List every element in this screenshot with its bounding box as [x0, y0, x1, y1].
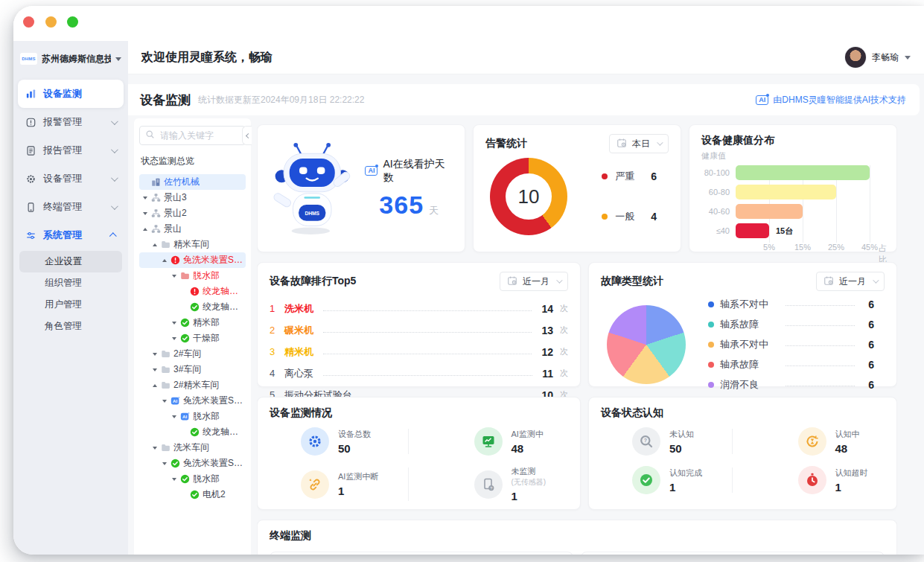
sidebar-item-6[interactable]: 系统管理: [18, 221, 124, 249]
caret-down-icon[interactable]: [171, 337, 177, 340]
user-menu[interactable]: 李畅瑜: [845, 47, 911, 68]
tree-node[interactable]: 免洗米装置SJR36A: [139, 456, 246, 471]
device-name: 洗米机: [284, 302, 313, 316]
type-range-dropdown[interactable]: 近一月: [816, 272, 885, 291]
sidebar-submenu: 企业设置组织管理用户管理角色管理: [13, 249, 128, 337]
check-icon: [180, 318, 190, 328]
caret-up-icon[interactable]: [151, 384, 158, 387]
fault-rank-row: 4离心泵11次: [270, 363, 568, 384]
caret-down-icon[interactable]: [171, 275, 177, 278]
stat-text: 设备总数50: [338, 429, 371, 455]
tree-node[interactable]: 脱水部: [139, 471, 246, 487]
legend-dot-icon: [602, 173, 608, 179]
site-icon: [151, 224, 161, 234]
check-icon: [171, 459, 180, 468]
tree-node[interactable]: 精米部: [139, 315, 246, 331]
tree-node[interactable]: AI免洗米装置SJR36A: [139, 393, 246, 409]
sidebar-subitem-1[interactable]: 企业设置: [19, 251, 122, 272]
tree-node-label: 洗米车间: [173, 441, 209, 454]
device-monitor-card: 设备监测情况 设备总数50AI监测中48AI监测中断1?未监测(无传感器)1: [257, 397, 581, 510]
folder-icon: [161, 380, 171, 390]
tree-node[interactable]: 2#车间: [139, 346, 246, 362]
caret-down-icon[interactable]: [171, 478, 177, 481]
rank-range-dropdown[interactable]: 近一月: [500, 272, 568, 291]
window-titlebar: [13, 6, 924, 41]
caret-up-icon[interactable]: [151, 243, 158, 246]
tree-node[interactable]: 景山: [139, 221, 246, 237]
company-selector[interactable]: DHMS 苏州德姆斯信息技术有...: [13, 45, 128, 72]
tree-node[interactable]: 绞龙轴承驱动端: [139, 284, 246, 299]
card-title: 告警统计: [485, 137, 527, 150]
fault-count: 13: [541, 325, 553, 336]
caret-down-icon[interactable]: [151, 353, 158, 356]
tree-node[interactable]: 干燥部: [139, 331, 246, 346]
stat-text: 认知中48: [835, 429, 860, 455]
tree-node[interactable]: 佐竹机械: [139, 174, 246, 190]
tree-node[interactable]: AI脱水部: [139, 409, 246, 424]
tree-node[interactable]: 电机2: [139, 487, 246, 502]
dotted-leader: [323, 328, 532, 333]
caret-down-icon[interactable]: [151, 368, 158, 371]
search-input[interactable]: [159, 130, 240, 141]
maximize-window-button[interactable]: [67, 16, 78, 28]
chevron-down-icon: [556, 277, 562, 283]
caret-up-icon[interactable]: [161, 259, 168, 262]
tree-node[interactable]: 2#精米车间: [139, 377, 246, 393]
legend-value: 6: [868, 339, 874, 351]
rank-number: 4: [270, 368, 278, 379]
sidebar-item-5[interactable]: 终端管理: [18, 193, 124, 221]
sidebar-item-4[interactable]: 设备管理: [18, 165, 124, 193]
tree-node[interactable]: 脱水部: [139, 268, 246, 284]
tree-node[interactable]: 景山2: [139, 205, 246, 221]
caret-down-icon[interactable]: [161, 462, 168, 465]
sidebar-item-3[interactable]: 报告管理: [18, 136, 124, 165]
stat-value: 50: [338, 442, 371, 455]
tree-node[interactable]: 景山3: [139, 190, 246, 205]
legend-value: 4: [651, 211, 657, 223]
caret-down-icon[interactable]: [161, 400, 168, 403]
sidebar-subitem-3[interactable]: 用户管理: [19, 294, 122, 316]
health-bar: [736, 223, 769, 238]
tree-node[interactable]: 精米车间: [139, 237, 246, 252]
tree-node-label: 绞龙轴承自由端: [203, 426, 246, 438]
tree-node[interactable]: 绞龙轴承自由端: [139, 299, 246, 315]
sidebar-item-2[interactable]: 报警管理: [18, 108, 124, 136]
sidebar-subitem-2[interactable]: 组织管理: [19, 272, 122, 294]
welcome-title: 欢迎使用灵瞳系统，畅瑜: [141, 50, 273, 66]
tree-node[interactable]: 3#车间: [139, 362, 246, 377]
tree-search[interactable]: [139, 126, 246, 145]
tree-node-label: 电机2: [203, 488, 226, 501]
legend-dot-icon: [708, 322, 714, 328]
stat-text: 认知完成1: [669, 467, 702, 494]
robot-mascot-illustration: DHMS: [270, 139, 354, 237]
caret-down-icon[interactable]: [151, 447, 158, 450]
stat-value: 1: [338, 485, 378, 497]
stat-item: AI监测中断1: [270, 466, 419, 502]
sidebar-item-1[interactable]: 设备监测: [18, 80, 124, 108]
terminal-icon: [25, 202, 36, 213]
alarm-range-dropdown[interactable]: 本日: [609, 134, 669, 153]
caret-up-icon[interactable]: [141, 228, 148, 231]
tree-node[interactable]: 洗米车间: [139, 440, 246, 456]
caret-down-icon[interactable]: [171, 415, 177, 418]
rank-range-value: 近一月: [523, 275, 549, 288]
ai-support-link[interactable]: AI 由DHMS灵瞳智能提供AI技术支持: [756, 94, 906, 106]
close-window-button[interactable]: [23, 16, 34, 28]
caret-down-icon[interactable]: [141, 212, 148, 215]
card-title: 设备状态认知: [601, 406, 663, 420]
fault-unit: 次: [560, 303, 568, 314]
ai-icon: AI: [180, 412, 190, 421]
tree-node[interactable]: 绞龙轴承自由端: [139, 424, 246, 440]
tree-node[interactable]: 免洗米装置SJR36A: [139, 252, 246, 268]
caret-down-icon[interactable]: [171, 322, 177, 325]
tree-collapse-toggle[interactable]: [242, 126, 252, 145]
x-tick-label: 25%: [828, 243, 844, 252]
caret-down-icon[interactable]: [141, 197, 148, 199]
sidebar-item-label: 报告管理: [43, 144, 82, 157]
dotted-leader: [786, 322, 855, 326]
sidebar-subitem-4[interactable]: 角色管理: [19, 316, 122, 337]
terminal-subcard: [270, 552, 573, 555]
health-bar-row: 15台: [736, 223, 885, 238]
minimize-window-button[interactable]: [45, 16, 57, 28]
stat-text: 未监测(无传感器)1: [512, 466, 547, 502]
